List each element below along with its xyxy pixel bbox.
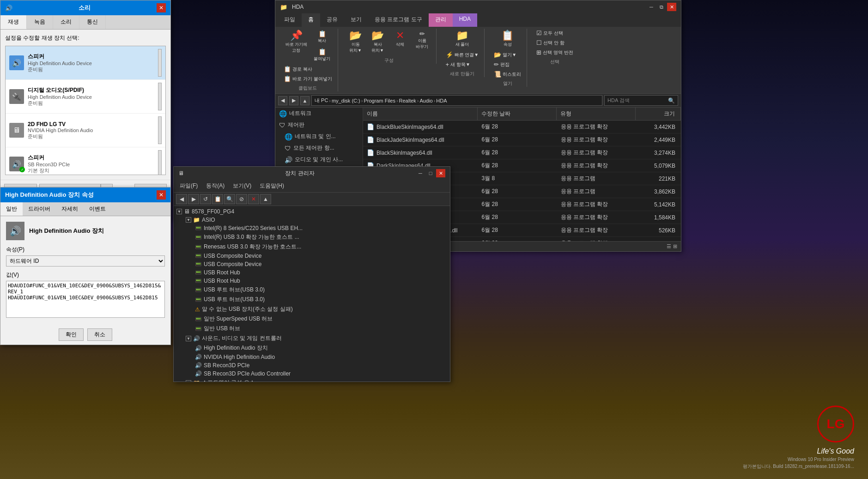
btn-quick-access[interactable]: ⚡ 빠른 연결▼ bbox=[444, 50, 481, 59]
devmgr-menu-help[interactable]: 도움말(H) bbox=[256, 181, 288, 191]
devmgr-sb-ctrl[interactable]: 🔊 SB Recon3D PCIe Audio Controller bbox=[175, 370, 449, 378]
devmgr-usb-6[interactable]: 📟 USB Root Hub bbox=[175, 277, 449, 285]
devmgr-menu-file[interactable]: 파일(F) bbox=[176, 181, 201, 191]
devmgr-menu-action[interactable]: 동작(A) bbox=[202, 181, 228, 191]
back-button[interactable]: ◀ bbox=[278, 96, 287, 105]
device-item-3[interactable]: 🔊 ✓ 스피커 SB Recon3D PCIe 기본 장치 bbox=[6, 147, 165, 175]
devmgr-menu-view[interactable]: 보기(V) bbox=[229, 181, 255, 191]
btn-rename[interactable]: ✏ 이름바꾸기 bbox=[412, 29, 432, 55]
devmgr-close[interactable]: ✕ bbox=[436, 169, 445, 177]
sidebar-network[interactable]: 🌐 네트워크 bbox=[275, 108, 363, 119]
devmgr-minimize[interactable]: ─ bbox=[416, 169, 425, 177]
btn-invert[interactable]: ⊞ 선택 영역 반전 bbox=[534, 48, 575, 57]
sound-dialog-close[interactable]: ✕ bbox=[157, 3, 166, 12]
devmgr-hda[interactable]: 🔊 High Definition Audio 장치 bbox=[175, 343, 449, 353]
sidebar-network-internet[interactable]: 🌐 네트워크 및 인... bbox=[275, 131, 363, 142]
file-row[interactable]: 📄 BlackJadeSkinImages64.dll 6월 28 응용 프로그… bbox=[363, 133, 681, 146]
forward-button[interactable]: ▶ bbox=[289, 96, 298, 105]
devmgr-scan-btn[interactable]: 🔍 bbox=[224, 194, 235, 204]
btn-pin-quick[interactable]: 📌 바로 가기에고정 bbox=[283, 29, 310, 64]
devmgr-usb-err[interactable]: ⚠ 알 수 없는 USB 장치(주소 설정 실패) bbox=[175, 304, 449, 314]
col-type[interactable]: 유형 bbox=[557, 108, 636, 120]
btn-history[interactable]: 📜 히스토리 bbox=[492, 70, 523, 79]
crumb-hda[interactable]: HDA bbox=[436, 98, 447, 103]
col-name[interactable]: 이름 bbox=[363, 108, 478, 120]
devmgr-tree-root[interactable]: ▼ 🖥 8578_FF00_PG4 bbox=[175, 207, 449, 216]
btn-copy[interactable]: 📋 복사 bbox=[311, 29, 333, 46]
devmgr-refresh-btn[interactable]: ↺ bbox=[200, 194, 211, 204]
devmgr-usb-9[interactable]: 📟 일반 SuperSpeed USB 허브 bbox=[175, 314, 449, 324]
devmgr-remove-btn[interactable]: ✕ bbox=[248, 194, 259, 204]
explorer-close[interactable]: ✕ bbox=[667, 3, 676, 11]
sidebar-audio-personal[interactable]: 🔊 오디오 및 개인 사... bbox=[275, 154, 363, 165]
btn-delete[interactable]: ✕ 삭제 bbox=[390, 29, 410, 55]
hda-property-select[interactable]: 하드웨어 ID bbox=[6, 255, 165, 267]
hda-tab-general[interactable]: 일반 bbox=[0, 202, 23, 216]
btn-select-all[interactable]: ☑ 모두 선택 bbox=[534, 29, 575, 37]
devmgr-usb-10[interactable]: 📟 일반 USB 허브 bbox=[175, 324, 449, 333]
devmgr-usb-1[interactable]: 📟 Intel(R) USB 3.0 확장 가능한 호스트 ... bbox=[175, 232, 449, 242]
tab-sounds[interactable]: 소리 bbox=[53, 15, 79, 29]
devmgr-maximize[interactable]: □ bbox=[426, 169, 435, 177]
btn-new-folder[interactable]: 📁 새 폴더 bbox=[452, 29, 472, 49]
hda-tab-details[interactable]: 자세히 bbox=[56, 202, 84, 216]
grid-view-icon[interactable]: ⊞ bbox=[673, 243, 677, 249]
crumb-disk[interactable]: my_disk (C:) bbox=[332, 98, 360, 103]
devmgr-usb-5[interactable]: 📟 USB Root Hub bbox=[175, 268, 449, 277]
btn-open[interactable]: 📂 열기▼ bbox=[492, 50, 523, 59]
btn-move[interactable]: 📂 이동위치▼ bbox=[346, 29, 366, 55]
devmgr-usb-2[interactable]: 📟 Renesas USB 3.0 확장 가능한 호스트... bbox=[175, 242, 449, 252]
devmgr-usb-7[interactable]: 📟 USB 루트 허브(USB 3.0) bbox=[175, 285, 449, 295]
devmgr-update-btn[interactable]: ▲ bbox=[260, 194, 271, 204]
tab-playback[interactable]: 재생 bbox=[0, 15, 27, 29]
btn-paste-shortcut[interactable]: 📋 바로 가기 붙여넣기 bbox=[282, 74, 334, 83]
devmgr-usb-4[interactable]: 📟 USB Composite Device bbox=[175, 260, 449, 268]
devmgr-properties-btn[interactable]: 📋 bbox=[212, 194, 223, 204]
btn-properties[interactable]: 📋 속성 bbox=[498, 29, 518, 49]
ribbon-tab-manage[interactable]: 관리 bbox=[429, 13, 453, 27]
address-bar[interactable]: 내 PC › my_disk (C:) › Program Files › Re… bbox=[311, 95, 602, 106]
devmgr-sound-folder[interactable]: ▼ 🔊 사운드, 비디오 및 게임 컨트롤러 bbox=[175, 333, 449, 343]
ribbon-tab-home[interactable]: 홈 bbox=[302, 13, 320, 27]
col-date[interactable]: 수정한 날짜 bbox=[478, 108, 557, 120]
devmgr-asio[interactable]: ▼ 📁 ASIO bbox=[175, 216, 449, 224]
device-item-1[interactable]: 🔌 디지털 오디오(S/PDIF) High Definition Audio … bbox=[6, 80, 165, 114]
sidebar-all-control[interactable]: 🛡 모든 제어판 항... bbox=[275, 142, 363, 154]
crumb-realtek[interactable]: Realtek bbox=[399, 98, 416, 103]
crumb-progfiles[interactable]: Program Files bbox=[364, 98, 395, 103]
btn-paste[interactable]: 📋 붙여넣기 bbox=[311, 47, 333, 64]
hda-ok-button[interactable]: 확인 bbox=[59, 328, 84, 341]
crumb-audio[interactable]: Audio bbox=[420, 98, 433, 103]
sidebar-control[interactable]: 🛡 제어판 bbox=[275, 119, 363, 131]
explorer-minimize[interactable]: ─ bbox=[647, 3, 656, 11]
ribbon-tab-apptools[interactable]: 응용 프로그램 도구 bbox=[368, 13, 429, 27]
file-row[interactable]: 📄 BlackSkinImages64.dll 6월 28 응용 프로그램 확장… bbox=[363, 146, 681, 159]
devmgr-sw-comp[interactable]: ▶ 📁 소프트웨어 구성 요소 bbox=[175, 378, 449, 382]
devmgr-nvidia[interactable]: 🔊 NVIDIA High Definition Audio bbox=[175, 353, 449, 361]
devmgr-usb-0[interactable]: 📟 Intel(R) 8 Series/C220 Series USB EH..… bbox=[175, 224, 449, 232]
crumb-pc[interactable]: 내 PC bbox=[315, 97, 328, 104]
devmgr-usb-3[interactable]: 📟 USB Composite Device bbox=[175, 252, 449, 260]
search-bar[interactable]: HDA 검색 🔍 bbox=[604, 95, 678, 106]
btn-select-none[interactable]: ☐ 선택 안 함 bbox=[534, 38, 575, 47]
list-view-icon[interactable]: ☰ bbox=[667, 243, 671, 249]
devmgr-usb-8[interactable]: 📟 USB 루트 허브(USB 3.0) bbox=[175, 295, 449, 304]
btn-new-item[interactable]: + 새 항목▼ bbox=[444, 60, 481, 69]
ribbon-tab-hda[interactable]: HDA bbox=[453, 13, 477, 27]
devmgr-back-btn[interactable]: ◀ bbox=[176, 194, 187, 204]
explorer-restore[interactable]: ⧉ bbox=[657, 3, 666, 11]
hda-tab-driver[interactable]: 드라이버 bbox=[23, 202, 56, 216]
hda-tab-events[interactable]: 이벤트 bbox=[84, 202, 111, 216]
file-row[interactable]: 📄 BlackBlueSkinImages64.dll 6월 28 응용 프로그… bbox=[363, 121, 681, 133]
tab-comms[interactable]: 통신 bbox=[79, 15, 106, 29]
devmgr-sb[interactable]: 🔊 SB Recon3D PCIe bbox=[175, 361, 449, 370]
btn-edit[interactable]: ✏ 편집 bbox=[492, 60, 523, 69]
up-button[interactable]: ▲ bbox=[300, 96, 310, 105]
ribbon-tab-file[interactable]: 파일 bbox=[278, 13, 302, 27]
btn-copy-to[interactable]: 📂 복사위치▼ bbox=[368, 29, 388, 55]
btn-copy-path[interactable]: 📋 경로 복사 bbox=[282, 65, 334, 73]
ribbon-tab-share[interactable]: 공유 bbox=[320, 13, 344, 27]
devmgr-disable-btn[interactable]: ⊘ bbox=[236, 194, 247, 204]
hda-cancel-button[interactable]: 취소 bbox=[87, 328, 112, 341]
col-size[interactable]: 크기 bbox=[636, 108, 681, 120]
